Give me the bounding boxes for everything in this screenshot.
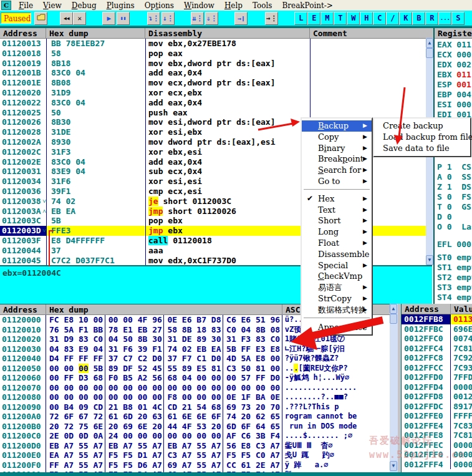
panel-button-dots[interactable]: ...	[438, 12, 451, 25]
col-comment[interactable]: Comment	[310, 28, 426, 38]
menu-item-short[interactable]: Short▶	[302, 215, 372, 226]
menu-item-checkvmp[interactable]: CheckVmp	[302, 271, 372, 282]
flag-row-o[interactable]: O 0 LastErr	[437, 222, 472, 231]
submenu-item-load-backup-from-file[interactable]: Load backup from file	[374, 132, 470, 143]
panel-button-R[interactable]: R	[425, 12, 438, 25]
panel-button-E[interactable]: E	[307, 12, 320, 25]
dump-row[interactable]: 011200F0FF A7 55 A7F5 F5 D6 A769 A7 55 A…	[0, 460, 390, 470]
panel-button-K[interactable]: K	[399, 12, 412, 25]
disasm-row[interactable]: 011200198B18mov ebx,dword ptr ds:[eax]	[0, 59, 433, 69]
dump-scrollbar[interactable]: ▲ ▼	[390, 304, 398, 472]
scroll-thumb[interactable]	[426, 48, 433, 58]
stack-row[interactable]: 0012FFCC7C93	[402, 363, 472, 373]
stack-row[interactable]: 0012FFD40000	[402, 382, 472, 392]
dump-row[interactable]: 011200E0EA A7 55 A7F5 F5 D1 A7C3 A7 55 A…	[0, 450, 390, 460]
disasm-row[interactable]: 01120013BB 78E1EB27mov ebx,0x27EBE178	[0, 39, 433, 49]
menu-item--[interactable]: 易语言▶	[302, 282, 372, 293]
menu-item-file[interactable]: File	[14, 1, 38, 11]
disasm-row[interactable]: 0112002031D9xor ecx,ebx	[0, 88, 433, 98]
stack-row[interactable]: 0012FFDC8917	[402, 402, 472, 412]
menu-item-float[interactable]: Float▶	[302, 238, 372, 249]
menu-item-options[interactable]: Options	[140, 1, 179, 11]
menu-item-disassemble[interactable]: Disassemble	[302, 249, 372, 260]
flag-row-z[interactable]: Z 1 DS	[437, 182, 471, 192]
register-row-ebx[interactable]: EBX 011	[437, 70, 471, 79]
fpu-row-st0[interactable]: ST0 empty	[437, 253, 472, 262]
panel-button-B[interactable]: B	[412, 12, 425, 25]
menu-item-search-for[interactable]: Search for▶	[302, 165, 372, 176]
menu-item-go-to[interactable]: Go to▶	[302, 176, 372, 187]
menu-item-copy[interactable]: Copy▶	[302, 132, 372, 143]
eflags-row[interactable]: EFL 000	[437, 240, 471, 249]
panel-button-S[interactable]: S	[451, 12, 465, 25]
flag-row-p[interactable]: P 1 CS	[437, 162, 471, 172]
menu-item-long[interactable]: Long▶	[302, 226, 372, 238]
stack-row[interactable]: 0012FFF00000	[402, 450, 472, 460]
flag-row-d[interactable]: D 0	[437, 212, 451, 221]
submenu-item-save-data-to-file[interactable]: Save data to file	[374, 143, 470, 154]
stack-row[interactable]: 0012FFE0FFFF	[402, 411, 472, 421]
dump-row[interactable]: 011200D0EB A7 55 A7EB A7 55 A7EB A7 55 A…	[0, 441, 390, 451]
disasm-row[interactable]: 0112001E8B08mov ecx,dword ptr ds:[eax]	[0, 78, 433, 88]
flag-row-s[interactable]: S 0 FS	[437, 192, 471, 202]
menu-item-window[interactable]: Window	[179, 1, 219, 11]
fpu-row-st1[interactable]: ST1 empty	[437, 263, 472, 272]
open-file-button[interactable]	[34, 12, 47, 25]
scroll-down-icon[interactable]: ▼	[426, 255, 433, 265]
menu-item-plugins[interactable]: Plugins	[102, 1, 140, 11]
scroll-up-icon[interactable]: ▲	[390, 304, 397, 314]
register-row-esi[interactable]: ESI 000	[437, 100, 471, 109]
fpu-row-st4[interactable]: ST4 empty	[437, 293, 472, 302]
menu-item-help[interactable]: Help	[219, 1, 248, 11]
menu-item--[interactable]: 数据格式转换▶	[302, 304, 372, 316]
menu-item-special[interactable]: Special▶	[302, 260, 372, 271]
fpu-row-st3[interactable]: ST3 empty	[437, 283, 472, 292]
flag-row-t[interactable]: T 0 GS	[437, 202, 471, 211]
fpu-row-st2[interactable]: ST2 empty	[437, 273, 472, 282]
menu-item-view[interactable]: View	[38, 1, 67, 11]
stack-row[interactable]: 0012FFC00074	[402, 334, 472, 344]
rewind-button[interactable]: ◀◀	[60, 12, 73, 25]
dump-row[interactable]: 011200C02E 0D 0D 0A24 00 00 0000 00 00 0…	[0, 431, 390, 441]
disasm-row[interactable]: 0112001858pop eax	[0, 49, 433, 59]
col-address[interactable]: Address	[0, 304, 46, 314]
scroll-down-icon[interactable]: ▼	[390, 461, 397, 471]
flag-row-a[interactable]: A 0 SS	[437, 172, 471, 182]
col-address[interactable]: Address	[402, 304, 451, 314]
step-over-button[interactable]: ↓⋮	[161, 12, 175, 25]
stack-row[interactable]: 0012FFBC696E	[402, 324, 472, 334]
animate-over-button[interactable]: ⇓⋮	[205, 12, 218, 25]
stack-row[interactable]: 0012FFC87C92	[402, 353, 472, 363]
scroll-up-icon[interactable]: ▲	[426, 38, 433, 48]
panel-button-M[interactable]: M	[320, 12, 334, 25]
disasm-row[interactable]: 0112002550push eax	[0, 108, 433, 118]
col-hexdump[interactable]: Hex dump	[46, 28, 145, 38]
menu-item-appearance[interactable]: Appearance▶	[302, 322, 372, 333]
register-row-ecx[interactable]: ECX 000	[437, 50, 471, 59]
dump-row[interactable]: 0112008000 00 00 0000 00 00 00F8 00 00 0…	[0, 392, 390, 402]
panel-button-H[interactable]: H	[360, 12, 373, 25]
panel-button-C[interactable]: C	[373, 12, 386, 25]
col-address[interactable]: Address	[0, 28, 46, 38]
col-hexdump[interactable]: Hex dump	[46, 304, 282, 314]
col-value[interactable]: Value	[451, 304, 472, 314]
register-row-ebp[interactable]: EBP 004	[437, 90, 471, 99]
submenu-item-create-backup[interactable]: Create backup	[374, 120, 470, 132]
app-icon[interactable]: C	[1, 1, 11, 10]
dump-row[interactable]: 0112007000 00 00 0000 00 00 0000 00 00 0…	[0, 383, 390, 393]
menu-item-binary[interactable]: Binary▶	[302, 143, 372, 154]
col-disassembly[interactable]: Disassembly	[145, 28, 310, 38]
stack-row[interactable]: 0012FFE47C83	[402, 421, 472, 431]
menu-item-debug[interactable]: Debug	[67, 1, 102, 11]
panel-button-W[interactable]: W	[347, 12, 360, 25]
pause-button[interactable]: ▮▮	[117, 12, 130, 25]
menu-item-breakpoint[interactable]: BreakPoint->	[277, 1, 338, 11]
register-row-eax[interactable]: EAX 011	[437, 40, 471, 49]
stack-row[interactable]: 0012FFD07FFD	[402, 372, 472, 382]
menu-item-backup[interactable]: Backup▶	[302, 120, 372, 132]
animate-into-button[interactable]: ⇊⋮	[191, 12, 204, 25]
stack-row[interactable]: 0012FFEC0000	[402, 440, 472, 450]
run-button[interactable]: ▶	[102, 12, 115, 25]
dump-row[interactable]: 011200A072 6F 67 7261 6D 20 6361 6E 6E 6…	[0, 412, 390, 422]
menu-item-hex[interactable]: ✔Hex▶	[302, 193, 372, 205]
